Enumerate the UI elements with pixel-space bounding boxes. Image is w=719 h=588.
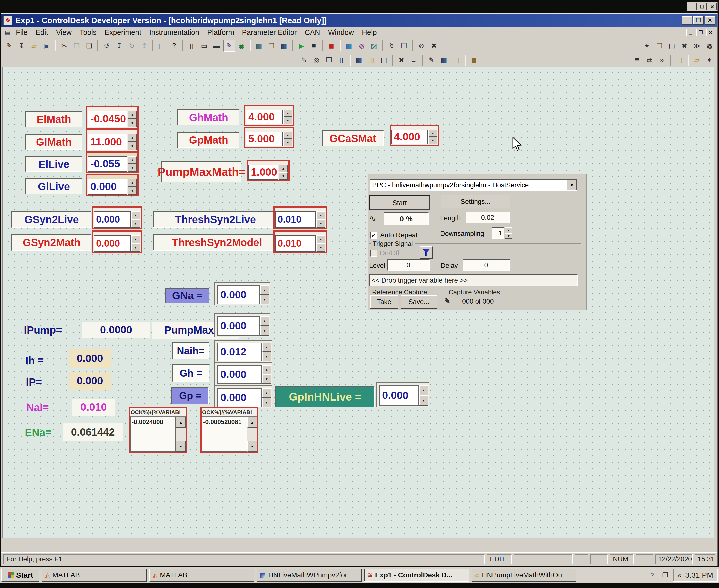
- start-button-taskbar[interactable]: Start: [1, 568, 40, 582]
- gpmath-spinbox[interactable]: 5.000▲▼: [244, 127, 294, 148]
- spinner-down-icon[interactable]: ▼: [316, 243, 325, 252]
- paste-icon[interactable]: ❏: [83, 40, 95, 52]
- export-icon[interactable]: »: [656, 54, 668, 66]
- auto-repeat-checkbox[interactable]: ✓: [370, 232, 377, 239]
- downsampling-spinner[interactable]: ▲▼: [505, 227, 512, 239]
- share-icon[interactable]: ⇄: [643, 54, 655, 66]
- eraser-icon[interactable]: ⊘: [415, 40, 427, 52]
- ghmath-spinbox[interactable]: 4.000▲▼: [244, 105, 294, 126]
- grid-layout-icon[interactable]: ▦: [353, 54, 365, 66]
- length-field[interactable]: 0.02: [466, 212, 510, 223]
- gsyn2math-spinbox[interactable]: 0.000▲▼: [92, 230, 142, 253]
- new-variable-icon[interactable]: ▯: [186, 40, 197, 52]
- spinner-up-icon[interactable]: ▲: [316, 235, 325, 243]
- scroll-up-icon[interactable]: ▲: [247, 417, 257, 428]
- chevron-down-icon[interactable]: ▼: [567, 180, 577, 190]
- animation-mode-icon[interactable]: ◉: [235, 40, 248, 52]
- spinner-up-icon[interactable]: ▲: [131, 235, 140, 243]
- grid-columns-icon[interactable]: ▥: [365, 54, 377, 66]
- taskbar-button-hnlivemathwpumpv2for-[interactable]: ▦HNLiveMathWPumpv2for...: [257, 568, 362, 582]
- gllive-spinbox[interactable]: 0.000▲▼: [86, 174, 139, 196]
- spinner-down-icon[interactable]: ▼: [131, 219, 140, 228]
- delete-item-icon[interactable]: ✖: [395, 54, 407, 66]
- threshsyn2model-spinbox[interactable]: 0.010▲▼: [273, 230, 327, 253]
- spinner-down-icon[interactable]: ▼: [505, 233, 512, 239]
- doc-edit-icon[interactable]: ✎: [425, 54, 437, 66]
- spinner-up-icon[interactable]: ▲: [505, 227, 512, 233]
- bookmark-icon[interactable]: ◼: [468, 54, 480, 66]
- menu-view[interactable]: View: [52, 27, 76, 38]
- help-tray-icon[interactable]: ?: [647, 570, 657, 580]
- gna-spinbox[interactable]: 0.000▲▼: [214, 282, 270, 305]
- image-icon[interactable]: ▩: [703, 40, 715, 52]
- spinner-up-icon[interactable]: ▲: [128, 156, 137, 164]
- save-variable-icon[interactable]: ▬: [211, 40, 223, 52]
- elmath-spinbox[interactable]: -0.0450▲▼: [86, 106, 139, 129]
- spinner-up-icon[interactable]: ▲: [260, 285, 269, 295]
- spinner-down-icon[interactable]: ▼: [128, 187, 137, 194]
- window-switch-icon[interactable]: ❐: [660, 570, 670, 580]
- build-icon[interactable]: ▦: [253, 40, 265, 52]
- spinner-up-icon[interactable]: ▲: [428, 130, 437, 137]
- table-icon[interactable]: ▦: [438, 54, 450, 66]
- properties-icon[interactable]: ✦: [641, 40, 653, 52]
- spinner-down-icon[interactable]: ▼: [260, 326, 269, 336]
- page-edit-icon[interactable]: ✎: [298, 54, 310, 66]
- gcasmat-spinbox[interactable]: 4.000▲▼: [389, 125, 439, 146]
- spinner-down-icon[interactable]: ▼: [279, 172, 288, 180]
- spinner-up-icon[interactable]: ▲: [262, 343, 271, 352]
- menu-instrumentation[interactable]: Instrumentation: [145, 27, 203, 38]
- pumpmaxmath-spinbox[interactable]: 1.000▲▼: [247, 160, 290, 181]
- close-icon[interactable]: ✕: [707, 3, 717, 10]
- take-button[interactable]: Take: [370, 295, 398, 309]
- close-icon[interactable]: ✕: [704, 16, 715, 25]
- spinner-up-icon[interactable]: ▲: [128, 178, 137, 187]
- mdi-close-icon[interactable]: ✕: [706, 29, 715, 37]
- spinner-up-icon[interactable]: ▲: [128, 134, 137, 142]
- menu-edit[interactable]: Edit: [32, 27, 52, 38]
- apply-up-icon[interactable]: ↥: [138, 40, 150, 52]
- menu-parameter-editor[interactable]: Parameter Editor: [238, 27, 301, 38]
- compile-icon[interactable]: ❒: [266, 40, 277, 52]
- program-view-icon[interactable]: ▥: [278, 40, 290, 52]
- spinner-down-icon[interactable]: ▼: [128, 119, 137, 127]
- edit-layout-icon[interactable]: ✎: [3, 40, 15, 52]
- menu-help[interactable]: Help: [358, 27, 381, 38]
- scroll-up-icon[interactable]: ▲: [176, 417, 186, 428]
- spinner-up-icon[interactable]: ▲: [262, 365, 271, 374]
- menu-platform[interactable]: Platform: [203, 27, 238, 38]
- taskbar-button-matlab[interactable]: ◭MATLAB: [42, 568, 147, 582]
- help-book-icon[interactable]: ◼: [325, 40, 337, 52]
- delete-icon[interactable]: ✖: [428, 40, 440, 52]
- duplicate-icon[interactable]: ❐: [398, 40, 410, 52]
- folders-icon[interactable]: ❒: [323, 54, 335, 66]
- spinner-up-icon[interactable]: ▲: [316, 211, 325, 219]
- layout-tile-icon[interactable]: ▨: [368, 40, 380, 52]
- context-help-icon[interactable]: ?: [168, 40, 180, 52]
- gh-spinbox[interactable]: 0.000▲▼: [214, 362, 272, 385]
- edit-mode-icon[interactable]: ✎: [223, 40, 235, 52]
- tools-icon[interactable]: ✦: [703, 54, 715, 66]
- tree-view-icon[interactable]: ≣: [631, 54, 643, 66]
- instrument-icon[interactable]: ↯: [385, 40, 397, 52]
- tray-chevron-icon[interactable]: «: [678, 571, 682, 579]
- menu-can[interactable]: CAN: [301, 27, 324, 38]
- spinner-up-icon[interactable]: ▲: [131, 211, 140, 219]
- apply-down-icon[interactable]: ↧: [113, 40, 125, 52]
- spinner-down-icon[interactable]: ▼: [262, 398, 271, 407]
- page-icon[interactable]: ▯: [335, 54, 347, 66]
- scroll-down-icon[interactable]: ▼: [176, 441, 186, 452]
- grid-rows-icon[interactable]: ▤: [378, 54, 390, 66]
- print-icon[interactable]: ▤: [673, 54, 685, 66]
- open-project-icon[interactable]: ▱: [691, 54, 703, 66]
- open-variable-icon[interactable]: ▭: [198, 40, 210, 52]
- start-measurement-icon[interactable]: ▶: [295, 40, 308, 52]
- trigger-variable-dropzone[interactable]: << Drop trigger variable here >>: [369, 274, 578, 286]
- gsyn2live-spinbox[interactable]: 0.000▲▼: [92, 206, 142, 229]
- layout-grid-icon[interactable]: ▦: [343, 40, 355, 52]
- list-view-icon[interactable]: ▤: [155, 40, 168, 52]
- list-icon[interactable]: ≡: [408, 54, 420, 66]
- scroll-down-icon[interactable]: ▼: [247, 441, 257, 452]
- layout-split-icon[interactable]: ▧: [355, 40, 367, 52]
- ellive-spinbox[interactable]: -0.055▲▼: [86, 151, 139, 173]
